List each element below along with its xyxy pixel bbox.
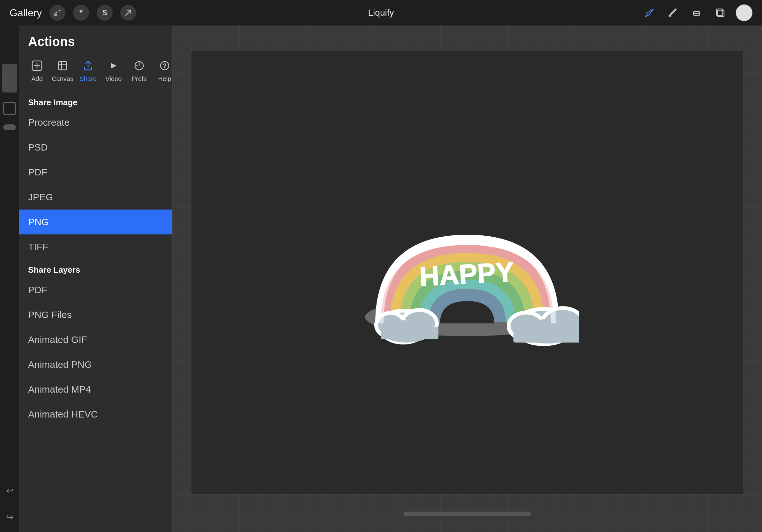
brush-size-slider[interactable] [3, 124, 16, 130]
scrollbar[interactable] [403, 511, 531, 516]
video-icon [108, 60, 119, 73]
sidebar-header: Actions [19, 26, 172, 54]
png-files-item[interactable]: PNG Files [19, 302, 172, 327]
layers-button[interactable] [712, 5, 728, 21]
left-controls: ↩ ↪ [0, 26, 19, 532]
animated-mp4-item[interactable]: Animated MP4 [19, 377, 172, 402]
pen-tool-button[interactable] [642, 5, 657, 21]
video-label: Video [106, 75, 122, 83]
main-content: ↩ ↪ Actions Add [0, 26, 762, 532]
top-bar-left: Gallery S [10, 5, 136, 21]
pdf-layers-item[interactable]: PDF [19, 278, 172, 302]
redo-button[interactable]: ↪ [6, 512, 13, 522]
tab-canvas[interactable]: Canvas [50, 58, 75, 85]
svg-rect-17 [381, 327, 438, 339]
arrow-button[interactable] [120, 5, 136, 21]
canvas-label: Canvas [52, 75, 73, 83]
svg-point-2 [669, 15, 671, 17]
help-label: Help [158, 75, 171, 83]
top-bar: Gallery S Liquify [0, 0, 762, 26]
svg-point-1 [651, 9, 653, 11]
svg-text:HAPPY: HAPPY [419, 256, 515, 292]
top-bar-right [642, 4, 752, 21]
tab-share[interactable]: Share [75, 58, 101, 85]
jpeg-item[interactable]: JPEG [19, 185, 172, 210]
share-layers-section: Share Layers [19, 259, 172, 278]
color-swatch[interactable] [2, 64, 17, 93]
canvas-area: HAPPY [172, 26, 762, 532]
center-label: Liquify [368, 8, 394, 18]
pdf-item[interactable]: PDF [19, 160, 172, 185]
psd-item[interactable]: PSD [19, 135, 172, 160]
avatar[interactable] [736, 4, 752, 21]
gallery-button[interactable]: Gallery [10, 7, 42, 19]
brush-tool-button[interactable] [665, 5, 681, 21]
add-label: Add [31, 75, 43, 83]
tab-prefs[interactable]: Prefs [126, 58, 152, 85]
animated-png-item[interactable]: Animated PNG [19, 352, 172, 377]
drawing-canvas[interactable]: HAPPY [191, 51, 743, 494]
tiff-item[interactable]: TIFF [19, 234, 172, 259]
help-icon: ? [159, 60, 170, 73]
shape-selector[interactable] [3, 102, 16, 115]
artwork: HAPPY [355, 189, 579, 355]
action-tabs: Add Canvas [19, 54, 172, 89]
share-label: Share [79, 75, 96, 83]
sidebar-list: Share Image Procreate PSD PDF JPEG PNG T… [19, 89, 172, 532]
wrench-button[interactable] [49, 5, 65, 21]
procreate-item[interactable]: Procreate [19, 110, 172, 135]
prefs-icon [134, 60, 145, 73]
share-image-section: Share Image [19, 92, 172, 110]
share-icon [83, 60, 94, 73]
tab-add[interactable]: Add [24, 58, 50, 85]
svg-rect-7 [58, 62, 67, 70]
tab-video[interactable]: Video [101, 58, 126, 85]
animated-hevc-item[interactable]: Animated HEVC [19, 402, 172, 427]
undo-button[interactable]: ↩ [6, 486, 13, 496]
svg-rect-22 [513, 328, 579, 343]
animated-gif-item[interactable]: Animated GIF [19, 327, 172, 352]
png-item[interactable]: PNG [19, 210, 172, 234]
magic-button[interactable] [73, 5, 89, 21]
sidebar-title: Actions [28, 34, 163, 49]
canvas-icon [57, 60, 68, 73]
prefs-label: Prefs [132, 75, 147, 83]
s-tool-button[interactable]: S [97, 5, 113, 21]
svg-point-0 [54, 14, 56, 16]
eraser-tool-button[interactable] [689, 5, 705, 21]
sidebar: Actions Add [19, 26, 172, 532]
add-icon [32, 60, 42, 73]
svg-text:?: ? [163, 62, 167, 69]
